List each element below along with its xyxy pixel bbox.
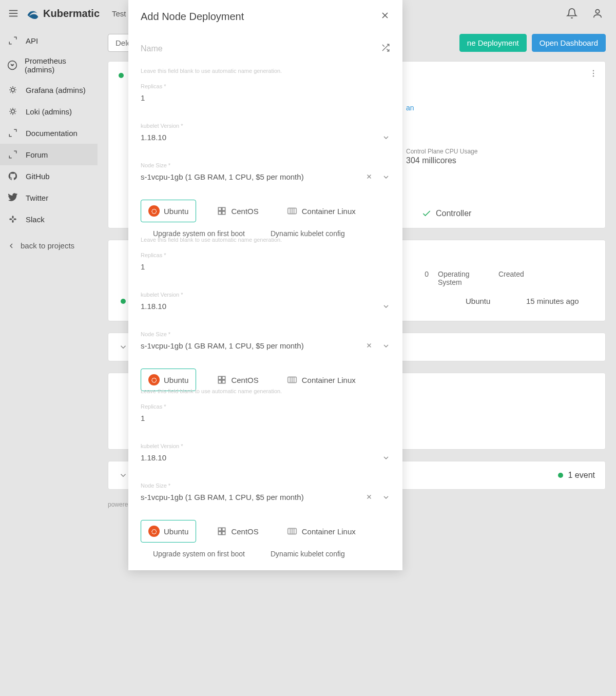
svg-point-3 [595, 10, 599, 13]
status-dot [121, 299, 126, 304]
container-linux-icon [286, 526, 298, 537]
replicas-input[interactable]: 1 [141, 262, 390, 271]
os-option-container-linux[interactable]: Container Linux [279, 369, 363, 391]
chevron-down-icon[interactable] [119, 342, 128, 352]
chevron-down-icon [382, 133, 390, 142]
chevron-down-icon[interactable] [119, 471, 128, 480]
dialog-close-button[interactable] [380, 10, 390, 23]
os-option-centos[interactable]: CentOS [209, 201, 265, 221]
expand-icon [7, 127, 18, 139]
sidebar-item-label: Slack [26, 215, 45, 224]
region-link[interactable]: an [406, 104, 595, 112]
os-option-centos[interactable]: CentOS [209, 370, 265, 390]
open-dashboard-button[interactable]: Open Dashboard [532, 34, 606, 52]
account-button[interactable] [589, 5, 606, 22]
notifications-button[interactable] [564, 5, 580, 22]
ubuntu-icon: ◌ [148, 374, 160, 385]
clear-icon[interactable] [365, 173, 373, 180]
node-size-select[interactable]: s-1vcpu-1gb (1 GB RAM, 1 CPU, $5 per mon… [141, 172, 390, 181]
sidebar-item-github[interactable]: GitHub [0, 165, 98, 187]
chevron-down-icon [382, 493, 390, 501]
sidebar-item-slack[interactable]: Slack [0, 208, 98, 230]
sidebar-item-twitter[interactable]: Twitter [0, 187, 98, 208]
centos-icon [217, 526, 227, 536]
centos-icon [217, 375, 227, 385]
chevron-down-icon [382, 454, 390, 462]
sidebar-item-prometheus[interactable]: Prometheus (admins) [0, 51, 98, 79]
sidebar-item-loki[interactable]: Loki (admins) [0, 101, 98, 122]
svg-rect-8 [14, 219, 16, 220]
svg-point-13 [593, 75, 594, 76]
events-label: 1 event [568, 471, 595, 480]
name-helper: Leave this field blank to use automatic … [141, 68, 390, 74]
svg-rect-24 [222, 211, 225, 215]
node-size-label: Node Size * [141, 331, 390, 337]
node-size-select[interactable]: s-1vcpu-1gb (1 GB RAM, 1 CPU, $5 per mon… [141, 493, 390, 501]
controller-label: Controller [436, 209, 471, 218]
svg-rect-31 [219, 376, 222, 379]
os-option-container-linux[interactable]: Container Linux [279, 200, 363, 222]
svg-rect-22 [222, 207, 225, 210]
card-menu-button[interactable] [589, 69, 598, 80]
sidebar-item-label: API [26, 36, 38, 45]
randomize-name-button[interactable] [381, 43, 390, 54]
back-label: back to projects [21, 241, 74, 250]
slack-icon [7, 214, 18, 225]
menu-button[interactable] [5, 5, 22, 22]
add-node-deployment-dialog: Add Node Deployment Name Leave this fiel… [128, 0, 402, 570]
svg-rect-9 [12, 216, 14, 218]
chevron-left-icon [7, 242, 15, 250]
back-to-projects[interactable]: back to projects [0, 234, 98, 257]
os-option-centos[interactable]: CentOS [209, 521, 265, 542]
sidebar-item-grafana[interactable]: Grafana (admins) [0, 79, 98, 101]
svg-rect-41 [219, 528, 222, 531]
clear-icon[interactable] [365, 342, 373, 349]
kubelet-version-select[interactable]: 1.18.10 [141, 133, 390, 142]
config-dynamic-kubelet[interactable]: Dynamic kubelet config [271, 550, 345, 558]
container-linux-icon [286, 205, 298, 217]
chevron-down-icon [382, 173, 390, 181]
svg-line-18 [382, 45, 384, 47]
grafana-icon [7, 84, 18, 95]
sidebar: API Prometheus (admins) Grafana (admins)… [0, 27, 98, 696]
kubelet-version-label: kubelet Version * [141, 123, 390, 129]
sidebar-item-documentation[interactable]: Documentation [0, 122, 98, 144]
node-size-select[interactable]: s-1vcpu-1gb (1 GB RAM, 1 CPU, $5 per mon… [141, 341, 390, 350]
ubuntu-icon: ◌ [148, 526, 160, 537]
node-size-label: Node Size * [141, 482, 390, 489]
expand-icon [7, 149, 18, 160]
replicas-input[interactable]: 1 [141, 414, 390, 422]
ubuntu-icon: ◌ [148, 205, 160, 217]
svg-rect-23 [219, 211, 222, 215]
clear-icon[interactable] [365, 493, 373, 500]
dialog-title: Add Node Deployment [141, 11, 244, 23]
sidebar-item-label: Forum [26, 150, 48, 159]
os-option-ubuntu[interactable]: ◌Ubuntu [141, 520, 196, 543]
svg-rect-7 [9, 219, 12, 220]
kubelet-version-select[interactable]: 1.18.10 [141, 453, 390, 462]
os-option-ubuntu[interactable]: ◌ Ubuntu [141, 200, 196, 222]
expand-icon [7, 35, 18, 46]
add-machine-deployment-button[interactable]: ne Deployment [459, 34, 527, 52]
os-option-container-linux[interactable]: Container Linux [279, 520, 363, 542]
config-upgrade-on-boot[interactable]: Upgrade system on first boot [153, 550, 245, 558]
svg-rect-32 [222, 376, 225, 379]
svg-point-5 [11, 88, 15, 92]
status-dot [119, 73, 124, 78]
replicas-input[interactable]: 1 [141, 93, 390, 102]
status-dot [558, 473, 563, 478]
chevron-down-icon [382, 342, 390, 350]
sidebar-item-api[interactable]: API [0, 30, 98, 51]
sidebar-item-label: Loki (admins) [26, 107, 72, 116]
sidebar-item-label: Documentation [26, 129, 78, 138]
replicas-label: Replicas * [141, 83, 390, 89]
name-helper: Leave this field blank to use automatic … [141, 237, 390, 243]
svg-point-12 [593, 73, 594, 74]
prometheus-icon [7, 60, 17, 71]
name-field-label: Name [141, 44, 163, 53]
sidebar-item-label: GitHub [26, 172, 50, 181]
sidebar-item-forum[interactable]: Forum [0, 144, 98, 165]
brand[interactable]: Kubermatic [26, 6, 100, 21]
kubelet-version-select[interactable]: 1.18.10 [141, 302, 390, 311]
svg-rect-33 [219, 380, 222, 383]
